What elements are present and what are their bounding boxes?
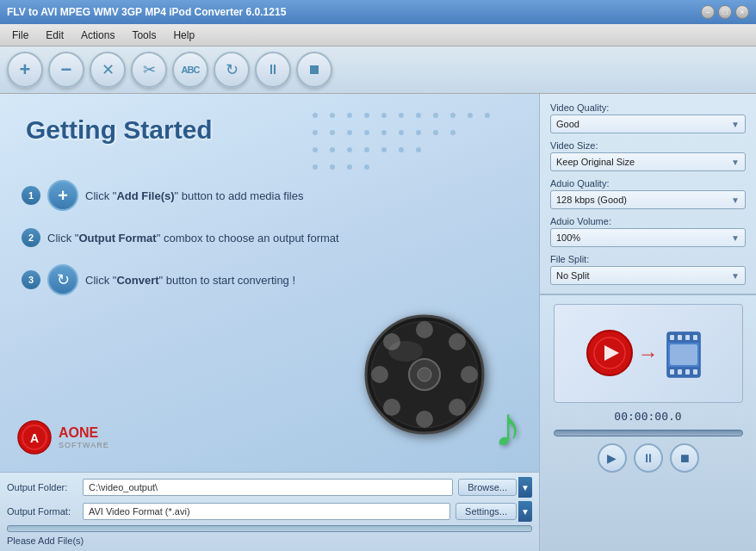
film-reel-decoration: ♪ — [350, 308, 522, 455]
step-2-text: Click "Output Format" combox to choose a… — [47, 232, 339, 245]
svg-rect-56 — [693, 335, 697, 340]
step-1: 1 + Click "Add File(s)" button to add me… — [22, 180, 339, 211]
svg-point-0 — [313, 113, 318, 118]
status-bar: Please Add File(s) — [7, 535, 532, 547]
svg-point-10 — [485, 113, 490, 118]
video-quality-dropdown[interactable]: Good ▼ — [550, 115, 746, 133]
media-output-icon — [663, 325, 710, 381]
file-split-field: File Split: No Split ▼ — [550, 254, 746, 285]
step-1-add-icon: + — [47, 180, 78, 211]
aone-logo: A AONE SOFTWARE — [17, 420, 109, 455]
svg-point-15 — [381, 130, 387, 135]
svg-point-29 — [347, 164, 352, 170]
output-format-input[interactable] — [83, 503, 450, 520]
svg-point-18 — [433, 130, 438, 135]
svg-point-23 — [364, 147, 369, 152]
pause-transport-button[interactable]: ⏸ — [634, 443, 663, 473]
svg-rect-61 — [670, 344, 697, 365]
maximize-button[interactable]: □ — [718, 5, 732, 19]
step-2: 2 Click "Output Format" combox to choose… — [22, 228, 339, 247]
media-source-icon — [586, 330, 634, 377]
transport-controls: ▶ ⏸ ⏹ — [598, 443, 699, 473]
audio-quality-dropdown[interactable]: 128 kbps (Good) ▼ — [550, 190, 746, 209]
stop-transport-button[interactable]: ⏹ — [670, 443, 699, 473]
aone-icon: A — [17, 420, 52, 455]
settings-button[interactable]: Settings... — [455, 503, 517, 520]
video-size-dropdown[interactable]: Keep Original Size ▼ — [550, 152, 746, 171]
play-button[interactable]: ▶ — [598, 443, 627, 473]
svg-point-17 — [416, 130, 421, 135]
getting-started-panel: Getting Started 1 + Click "Add File(s)" … — [0, 94, 539, 472]
svg-rect-59 — [685, 369, 690, 375]
svg-rect-53 — [670, 335, 674, 340]
svg-point-16 — [399, 130, 404, 135]
svg-point-7 — [433, 113, 438, 118]
video-quality-field: Video Quality: Good ▼ — [550, 102, 746, 133]
close-button[interactable]: × — [735, 5, 749, 19]
video-size-field: Video Size: Keep Original Size ▼ — [550, 140, 746, 171]
svg-point-9 — [468, 113, 473, 118]
svg-point-39 — [449, 333, 466, 350]
svg-point-21 — [330, 147, 335, 152]
cut-button[interactable]: ✂ — [131, 52, 167, 88]
svg-point-28 — [330, 164, 335, 170]
svg-point-25 — [399, 147, 404, 152]
svg-point-42 — [418, 368, 431, 381]
svg-point-11 — [313, 130, 318, 135]
svg-rect-58 — [678, 369, 682, 375]
audio-volume-label: Aduio Volume: — [550, 216, 746, 226]
svg-rect-57 — [670, 369, 674, 375]
file-split-dropdown[interactable]: No Split ▼ — [550, 266, 746, 285]
svg-point-3 — [364, 113, 369, 118]
svg-point-5 — [399, 113, 404, 118]
minimize-button[interactable]: − — [701, 5, 715, 19]
step-1-text: Click "Add File(s)" button to add media … — [85, 189, 303, 202]
menu-bar: File Edit Actions Tools Help — [0, 24, 756, 46]
content-area: Getting Started 1 + Click "Add File(s)" … — [0, 94, 756, 551]
title-bar: FLV to AVI MPEG WMV 3GP MP4 iPod Convert… — [0, 0, 756, 24]
steps-container: 1 + Click "Add File(s)" button to add me… — [22, 180, 339, 295]
menu-file[interactable]: File — [3, 27, 37, 44]
step-3-number: 3 — [22, 270, 40, 289]
output-folder-input[interactable] — [83, 479, 453, 496]
svg-point-27 — [313, 164, 318, 170]
convert-button[interactable]: ↻ — [214, 52, 250, 88]
menu-edit[interactable]: Edit — [37, 27, 72, 44]
remove-button[interactable]: − — [48, 52, 84, 88]
menu-tools[interactable]: Tools — [123, 27, 164, 44]
stop-button[interactable]: ⏹ — [296, 52, 332, 88]
seekbar[interactable] — [554, 430, 743, 436]
svg-point-8 — [450, 113, 455, 118]
svg-rect-54 — [678, 335, 682, 340]
decorative-dots — [307, 107, 496, 184]
svg-point-24 — [381, 147, 387, 152]
music-note-icon: ♪ — [494, 399, 523, 455]
step-3-text: Click "Convert" button to start converti… — [85, 274, 295, 287]
menu-actions[interactable]: Actions — [72, 27, 123, 44]
svg-rect-60 — [693, 369, 697, 375]
audio-volume-field: Aduio Volume: 100% ▼ — [550, 216, 746, 247]
svg-point-33 — [416, 321, 433, 338]
bottom-controls: Output Folder: Browse... ▼ Output Format… — [0, 472, 539, 551]
svg-point-12 — [330, 130, 335, 135]
toolbar: + − ✕ ✂ ABC ↻ ⏸ ⏹ — [0, 46, 756, 94]
file-split-label: File Split: — [550, 254, 746, 264]
rename-button[interactable]: ABC — [172, 52, 208, 88]
left-content: Getting Started 1 + Click "Add File(s)" … — [0, 94, 539, 551]
window-controls: − □ × — [701, 5, 749, 19]
add-files-button[interactable]: + — [7, 52, 43, 88]
browse-button[interactable]: Browse... — [458, 479, 517, 496]
audio-volume-dropdown[interactable]: 100% ▼ — [550, 228, 746, 247]
right-sidebar: Video Quality: Good ▼ Video Size: Keep O… — [539, 94, 756, 551]
clear-button[interactable]: ✕ — [90, 52, 126, 88]
menu-help[interactable]: Help — [164, 27, 203, 44]
svg-point-20 — [313, 147, 318, 152]
audio-quality-label: Aduio Quality: — [550, 178, 746, 189]
svg-point-26 — [416, 147, 421, 152]
preview-area: → — [554, 304, 743, 403]
pause-button[interactable]: ⏸ — [255, 52, 291, 88]
film-reel-svg — [363, 313, 487, 437]
getting-started-title: Getting Started — [26, 115, 213, 145]
audio-quality-field: Aduio Quality: 128 kbps (Good) ▼ — [550, 178, 746, 209]
svg-text:A: A — [30, 431, 39, 445]
